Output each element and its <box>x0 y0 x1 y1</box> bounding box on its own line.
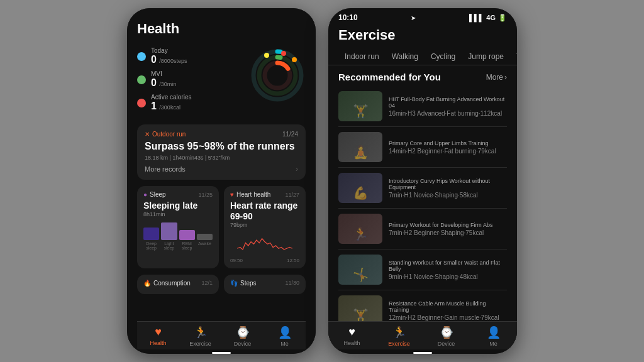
device-nav-label: Device <box>234 341 252 347</box>
tab-cycling[interactable]: Cycling <box>425 48 462 65</box>
sleep-label: Sleep <box>150 191 166 198</box>
workout-item-2[interactable]: 🧘 Primary Core and Upper Limbs Training … <box>338 127 507 168</box>
health-nav-label: Health <box>150 340 166 346</box>
tab-jump-rope[interactable]: Jump rope <box>462 48 510 65</box>
workout-thumb-5: 🤸 <box>338 255 382 285</box>
right-nav-exercise[interactable]: 🏃 Exercise <box>375 326 423 347</box>
status-bar: 10:10 ➤ ▌▌▌ 4G 🔋 <box>328 8 517 25</box>
right-device-label: Device <box>438 341 455 347</box>
heart-card[interactable]: ♥ Heart health 11/27 Heart rate range69-… <box>224 186 306 268</box>
right-nav-health[interactable]: ♥ Health <box>328 326 375 347</box>
nav-exercise[interactable]: 🏃 Exercise <box>179 326 221 347</box>
calories-dot <box>137 99 146 107</box>
consumption-steps-row: 🔥 Consumption 12/1 👣 Steps 11/30 <box>137 275 306 294</box>
sleep-bars <box>143 221 213 240</box>
run-date: 11/24 <box>282 131 298 138</box>
more-chevron: › <box>504 73 507 82</box>
right-me-label: Me <box>489 341 497 347</box>
ring-icon-2 <box>281 51 286 56</box>
workout-item-5[interactable]: 🤸 Standing Workout for Smaller Waist and… <box>338 250 507 290</box>
activity-ring-container <box>249 47 306 104</box>
more-link[interactable]: More › <box>486 73 507 82</box>
right-health-label: Health <box>343 340 360 346</box>
sleep-card[interactable]: ● Sleep 11/25 Sleeping late 8h11min <box>137 186 219 268</box>
workout-meta-4: 7min·H2 Beginner·Shaping·75kcal <box>389 229 507 236</box>
mvi-value: 0 <box>151 77 157 88</box>
tab-walking[interactable]: Walking <box>386 48 425 65</box>
consumption-card[interactable]: 🔥 Consumption 12/1 <box>137 275 219 294</box>
nav-health[interactable]: ♥ Health <box>137 326 179 347</box>
run-icon: ✕ <box>145 131 150 138</box>
thumb-figure-1: 🏋️ <box>353 104 369 119</box>
workout-item-3[interactable]: 💪 Introductory Curvy Hips Workout withou… <box>338 168 507 209</box>
metrics-and-ring: Today 0 /8000steps MVI <box>137 47 306 117</box>
steps-header: 👣 Steps 11/30 <box>230 280 299 287</box>
workout-item-4[interactable]: 🏃 Primary Workout for Developing Firm Ab… <box>338 209 507 250</box>
run-title: Surpass 95~98% of the runners <box>145 140 298 152</box>
nav-me[interactable]: 👤 Me <box>264 326 306 347</box>
workout-item-6[interactable]: 🏋️ Resistance Cable Arm Muscle Building … <box>338 290 507 321</box>
right-health-icon: ♥ <box>348 326 355 339</box>
consumption-title-row: 🔥 Consumption <box>143 280 191 287</box>
heart-time-range: 09:50 12:50 <box>230 258 299 263</box>
heart-time-end: 12:50 <box>287 258 299 263</box>
heart-icon: ♥ <box>230 191 234 198</box>
workout-item-1[interactable]: 🏋️ HIIT Full-Body Fat Burning Advanced W… <box>338 86 507 127</box>
more-label: More <box>486 73 503 82</box>
sleep-title: ● Sleep <box>143 191 166 198</box>
mvi-label: MVI <box>151 70 176 77</box>
right-device-icon: ⌚ <box>440 326 453 339</box>
tab-indoor-run[interactable]: Indoor run <box>338 48 386 65</box>
steps-card-date: 11/30 <box>285 280 299 286</box>
outdoor-run-card[interactable]: ✕ Outdoor run 11/24 Surpass 95~98% of th… <box>137 124 306 180</box>
more-records-label[interactable]: More records <box>145 165 186 173</box>
workout-meta-5: 9min·H1 Novice·Shaping·48kcal <box>389 273 507 280</box>
heart-date: 11/27 <box>285 192 299 198</box>
tab-yoga[interactable]: Yoga <box>510 48 517 65</box>
calories-label: Active calories <box>151 94 191 101</box>
run-footer: More records › <box>145 165 298 173</box>
sleep-value: Sleeping late <box>143 200 213 211</box>
workout-small-title-5: Standing Workout for Smaller Waist and F… <box>389 260 507 272</box>
nav-device[interactable]: ⌚ Device <box>221 326 264 347</box>
right-exercise-icon: 🏃 <box>392 326 406 339</box>
thumb-figure-3: 💪 <box>353 185 369 200</box>
exercise-nav-label: Exercise <box>189 341 211 347</box>
calories-unit: /300kcal <box>159 104 180 111</box>
workout-info-4: Primary Workout for Developing Firm Abs … <box>389 222 507 236</box>
mvi-value-row: 0 /30min <box>151 77 176 89</box>
workout-thumb-4: 🏃 <box>338 214 382 244</box>
consumption-header: 🔥 Consumption 12/1 <box>143 280 213 287</box>
exercise-tabs: Indoor run Walking Cycling Jump rope Yog… <box>328 48 517 65</box>
heart-bpm: 79bpm <box>230 222 299 228</box>
metrics-col: Today 0 /8000steps MVI <box>137 47 249 117</box>
workout-small-title-1: HIIT Full-Body Fat Burning Advanced Work… <box>389 96 507 109</box>
workout-thumb-2: 🧘 <box>338 132 382 162</box>
thumb-figure-4: 🏃 <box>353 226 369 241</box>
light-label: Light sleep <box>161 241 177 250</box>
workout-thumb-6: 🏋️ <box>338 295 382 321</box>
workout-info-3: Introductory Curvy Hips Workout without … <box>389 178 507 199</box>
calories-info: Active calories 1 /300kcal <box>151 94 191 112</box>
metric-steps: Today 0 /8000steps <box>137 47 249 65</box>
status-right: ▌▌▌ 4G 🔋 <box>469 14 507 22</box>
location-icon: ➤ <box>411 14 416 21</box>
steps-label: Today <box>151 47 187 54</box>
exercise-header: Exercise <box>328 25 517 48</box>
heart-time-start: 09:50 <box>230 258 243 263</box>
steps-card[interactable]: 👣 Steps 11/30 <box>224 275 306 294</box>
workout-meta-3: 7min·H1 Novice·Shaping·58kcal <box>389 192 507 199</box>
signal-bars: ▌▌▌ <box>469 14 484 21</box>
exercise-screen: 10:10 ➤ ▌▌▌ 4G 🔋 Exercise Indoor run Wal… <box>328 8 517 354</box>
right-nav-me[interactable]: 👤 Me <box>470 326 517 347</box>
left-bottom-nav: ♥ Health 🏃 Exercise ⌚ Device 👤 Me <box>137 321 306 349</box>
right-nav-device[interactable]: ⌚ Device <box>423 326 470 347</box>
steps-title-row: 👣 Steps <box>230 280 257 287</box>
steps-info: Today 0 /8000steps <box>151 47 187 65</box>
workout-meta-6: 12min·H2 Beginner·Gain muscle·79kcal <box>389 314 507 321</box>
steps-card-label: Steps <box>240 280 257 287</box>
sleep-bar-awake <box>197 234 213 240</box>
network-type: 4G <box>486 14 496 21</box>
sleep-header: ● Sleep 11/25 <box>143 191 213 198</box>
steps-value-row: 0 /8000steps <box>151 54 187 65</box>
